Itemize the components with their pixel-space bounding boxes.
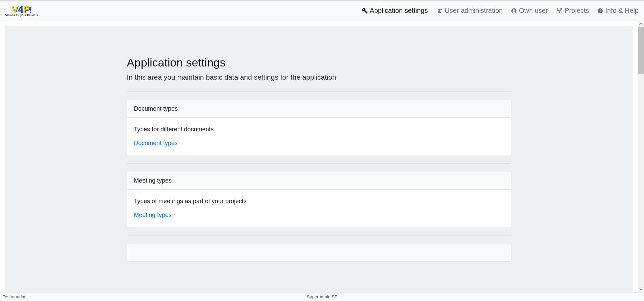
wrench-icon	[362, 8, 368, 14]
project-diagram-icon	[556, 8, 563, 14]
card-header: Meeting types	[127, 172, 511, 190]
topbar: V4P! Visions for your Projects Applicati…	[0, 0, 644, 21]
svg-point-0	[440, 8, 442, 10]
scroll-down-arrow-icon[interactable]	[638, 286, 644, 292]
nav-label: Own user	[519, 7, 548, 15]
info-circle-icon	[597, 8, 603, 14]
card-meeting-types: Meeting types Types of meetings as part …	[127, 172, 511, 227]
nav-own-user[interactable]: Own user	[511, 7, 548, 15]
svg-rect-1	[557, 8, 558, 9]
card-header: Document types	[127, 100, 511, 118]
nav-projects[interactable]: Projects	[556, 7, 589, 15]
user-circle-icon	[511, 8, 517, 14]
status-bar: Testmandant Superadmin SF	[0, 292, 644, 301]
vertical-scrollbar[interactable]	[638, 21, 644, 292]
svg-rect-2	[560, 8, 562, 9]
card-next-partial	[127, 244, 511, 262]
divider	[127, 91, 511, 92]
svg-rect-5	[600, 10, 601, 12]
nav-application-settings[interactable]: Application settings	[362, 7, 428, 15]
logo-tagline: Visions for your Projects	[5, 14, 38, 17]
card-description: Types of meetings as part of your projec…	[134, 198, 504, 205]
users-cog-icon	[436, 8, 443, 14]
scroll-thumb[interactable]	[638, 27, 644, 74]
card-document-types: Document types Types for different docum…	[127, 100, 511, 155]
svg-rect-6	[600, 9, 601, 10]
divider	[127, 235, 511, 236]
link-meeting-types[interactable]: Meeting types	[134, 212, 172, 218]
scroll-up-arrow-icon[interactable]	[638, 21, 644, 27]
nav-label: User administration	[445, 7, 503, 15]
card-description: Types for different documents	[134, 126, 504, 133]
nav-label: Application settings	[370, 7, 428, 15]
scroll-track[interactable]	[638, 27, 644, 286]
page-subtitle: In this area you maintain basic data and…	[127, 73, 511, 81]
nav-label: Projects	[565, 7, 589, 15]
content-panel: Application settings In this area you ma…	[5, 26, 633, 292]
main-nav: Application settings User administration…	[362, 7, 639, 15]
svg-rect-3	[559, 11, 560, 13]
status-user: Superadmin SF	[215, 294, 428, 299]
divider	[127, 163, 511, 164]
content-viewport: Application settings In this area you ma…	[0, 21, 638, 292]
page-title: Application settings	[127, 56, 511, 69]
logo-icon: V4P!	[11, 4, 32, 15]
nav-info-help[interactable]: Info & Help	[597, 7, 639, 15]
card-header	[127, 244, 511, 262]
app-logo[interactable]: V4P! Visions for your Projects	[5, 4, 38, 17]
nav-label: Info & Help	[605, 7, 639, 15]
nav-user-administration[interactable]: User administration	[436, 7, 503, 15]
status-tenant: Testmandant	[3, 294, 215, 299]
link-document-types[interactable]: Document types	[134, 140, 178, 146]
